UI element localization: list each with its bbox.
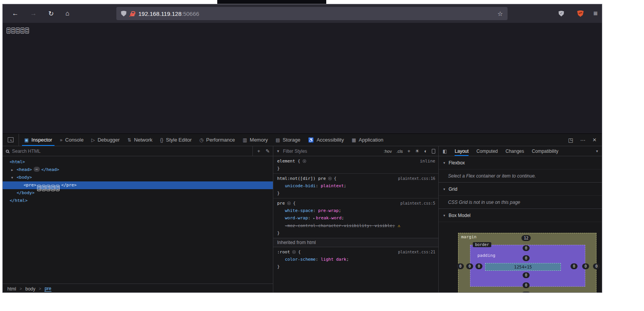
tab-computed[interactable]: Computed xyxy=(476,146,497,156)
margin-right-value[interactable]: 0 xyxy=(593,263,600,269)
markup-node-html-close[interactable]: </html> xyxy=(3,197,273,205)
box-model-border-region[interactable]: 1254×15 xyxy=(470,245,585,287)
sidebar-toggle-icon[interactable]: ◧ xyxy=(443,149,447,154)
tab-style-editor[interactable]: {}Style Editor xyxy=(156,134,196,146)
css-declaration[interactable]: word-wrap: ▸break-word; xyxy=(273,214,438,222)
devtools-close-icon[interactable]: × xyxy=(593,136,596,144)
tab-accessibility[interactable]: ♿Accessibility xyxy=(304,134,348,146)
box-model-section-header[interactable]: ▾Box Model xyxy=(439,209,602,222)
tab-network[interactable]: ⇅Network xyxy=(124,134,157,146)
tab-compatibility[interactable]: Compatibility xyxy=(532,146,559,156)
home-icon[interactable]: ⌂ xyxy=(65,10,69,17)
open-brace: { xyxy=(298,159,300,164)
breadcrumb-pre[interactable]: pre xyxy=(44,286,51,292)
search-html-input[interactable] xyxy=(12,149,249,154)
markup-node-html-open[interactable]: <html> xyxy=(3,158,273,166)
border-bottom-value[interactable]: 0 xyxy=(523,282,530,288)
rule-location: inline xyxy=(420,157,435,165)
markup-panel: + ✎ <html> ▶<head>⋯</head> ▼<body> <pre>… xyxy=(3,146,273,293)
markup-node-head[interactable]: ▶<head>⋯</head> xyxy=(3,166,273,174)
tab-storage[interactable]: ▤Storage xyxy=(272,134,304,146)
padding-left-value[interactable]: 0 xyxy=(475,263,482,269)
selector-highlighter-icon[interactable] xyxy=(328,177,332,180)
padding-right-value[interactable]: 0 xyxy=(571,263,578,269)
extension-shield-icon[interactable]: ✓ xyxy=(559,4,564,23)
twisty-collapsed-icon[interactable]: ▶ xyxy=(11,166,17,174)
add-node-icon[interactable]: + xyxy=(257,148,261,154)
css-declaration-invalid[interactable]: -moz-control-character-visibility: visib… xyxy=(273,222,438,229)
control-char-glyph: 0002 xyxy=(56,185,60,191)
rule-selector[interactable]: pre{plaintext.css:5 xyxy=(273,200,438,207)
rule-location-link[interactable]: plaintext.css:16 xyxy=(398,175,435,182)
breadcrumb-separator: > xyxy=(39,287,41,291)
breadcrumb-html[interactable]: html xyxy=(7,286,16,292)
url-text[interactable]: 192.168.119.128:50666 xyxy=(138,10,199,17)
grid-section-header[interactable]: ▾Grid xyxy=(439,183,602,196)
insecure-lock-icon[interactable] xyxy=(130,13,135,16)
border-left-value[interactable]: 0 xyxy=(466,263,473,269)
markup-node-pre-selected[interactable]: <pre>00150003000300020002</pre> xyxy=(3,181,273,189)
css-declaration[interactable]: color-scheme: light dark; xyxy=(273,256,438,263)
foxyproxy-extension-icon[interactable] xyxy=(577,4,584,23)
add-rule-icon[interactable]: + xyxy=(407,148,411,154)
pre-close-tag: </pre> xyxy=(61,183,77,188)
rule-element-selector[interactable]: element {inline xyxy=(273,157,438,165)
bookmark-star-icon[interactable]: ☆ xyxy=(497,10,503,17)
expand-value-icon[interactable]: ▸ xyxy=(313,216,315,220)
light-scheme-icon[interactable]: ☀ xyxy=(415,148,419,154)
chevron-down-icon[interactable]: ▾ xyxy=(596,149,598,153)
flexbox-section-header[interactable]: ▾Flexbox xyxy=(439,156,602,169)
property-name: -moz-control-character-visibility xyxy=(285,223,370,228)
tab-performance[interactable]: ◷Performance xyxy=(196,134,239,146)
class-toggle[interactable]: .cls xyxy=(396,149,403,154)
css-declaration[interactable]: unicode-bidi: plaintext; xyxy=(273,182,438,190)
rule-selector[interactable]: html:not([dir]) pre{plaintext.css:16 xyxy=(273,175,438,182)
close-brace: } xyxy=(277,191,280,196)
border-top-value[interactable]: 0 xyxy=(523,245,530,251)
semicolon: ; xyxy=(344,183,346,188)
margin-top-value[interactable]: 12 xyxy=(521,235,531,241)
twisty-expanded-icon[interactable]: ▼ xyxy=(11,174,17,182)
collapsed-content-badge[interactable]: ⋯ xyxy=(34,167,40,172)
tab-debugger[interactable]: ▷Debugger xyxy=(87,134,123,146)
eyedropper-icon[interactable]: ✎ xyxy=(266,148,270,154)
pseudo-class-toggle[interactable]: :hov xyxy=(384,149,392,154)
padding-top-value[interactable]: 0 xyxy=(523,255,530,261)
margin-left-value[interactable]: 0 xyxy=(457,263,464,269)
selector-highlighter-icon[interactable] xyxy=(303,159,306,163)
devtools-meatball-menu-icon[interactable]: ⋯ xyxy=(580,137,586,143)
selector-highlighter-icon[interactable] xyxy=(292,250,296,254)
rule-selector[interactable]: :root{plaintext.css:21 xyxy=(273,248,438,256)
check-glyph: ✓ xyxy=(559,11,564,15)
tab-console[interactable]: »Console xyxy=(56,134,87,146)
url-bar[interactable]: 192.168.119.128:50666 ☆ xyxy=(116,7,508,20)
tab-memory[interactable]: ▥Memory xyxy=(239,134,272,146)
rule-location-link[interactable]: plaintext.css:5 xyxy=(400,200,435,207)
pick-element-button[interactable]: ↖ xyxy=(3,134,19,146)
tab-application[interactable]: ▦Application xyxy=(348,134,387,146)
filter-styles-input[interactable] xyxy=(283,149,381,154)
tab-inspector[interactable]: ▣Inspector xyxy=(20,134,56,146)
tracking-protection-shield-icon[interactable] xyxy=(121,11,126,17)
css-declaration[interactable]: white-space: pre-wrap; xyxy=(273,207,438,214)
dark-scheme-icon[interactable]: ◐ xyxy=(424,148,427,154)
close-brace: } xyxy=(277,264,280,269)
back-icon[interactable]: ← xyxy=(12,10,19,17)
border-right-value[interactable]: 0 xyxy=(582,263,589,269)
breadcrumb-body[interactable]: body xyxy=(26,286,36,292)
tab-changes[interactable]: Changes xyxy=(506,146,524,156)
print-simulation-icon[interactable] xyxy=(432,149,435,154)
responsive-design-icon[interactable]: ◳ xyxy=(568,137,573,143)
colon: : xyxy=(370,223,372,228)
selector-highlighter-icon[interactable] xyxy=(287,202,291,205)
padding-bottom-value[interactable]: 0 xyxy=(523,272,530,278)
box-model-content-region[interactable]: 1254×15 xyxy=(485,263,561,271)
tab-layout[interactable]: Layout xyxy=(455,146,469,156)
forward-icon[interactable]: → xyxy=(30,10,37,17)
margin-bottom-value[interactable]: 12 xyxy=(521,292,531,293)
control-character-text: 0015 0003 0003 0002 0002 xyxy=(7,27,30,34)
rule-location-link[interactable]: plaintext.css:21 xyxy=(398,248,435,256)
markup-node-body-open[interactable]: ▼<body> xyxy=(3,174,273,181)
reload-icon[interactable]: ↻ xyxy=(48,10,54,18)
hamburger-menu-icon[interactable]: ≡ xyxy=(593,4,598,23)
